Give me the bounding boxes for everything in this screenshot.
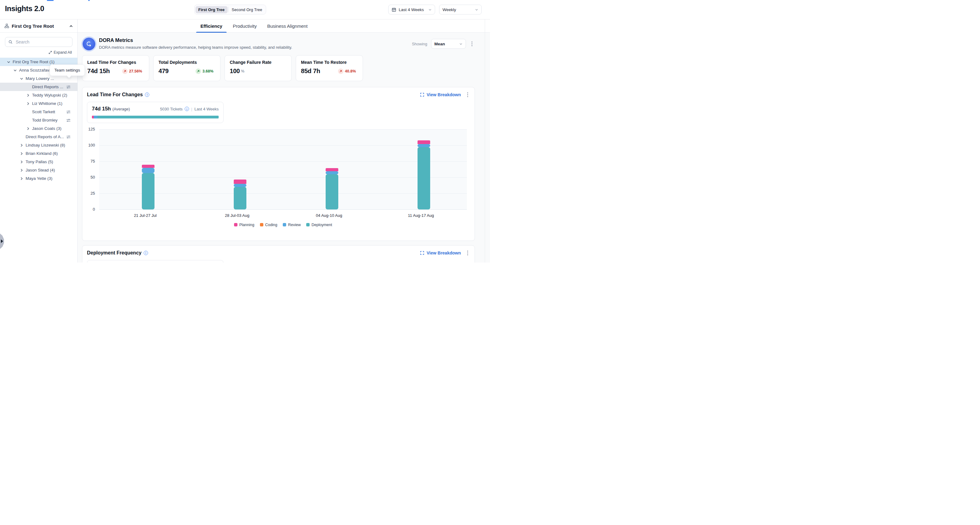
tree-item[interactable]: Teddy Wylupski (2) bbox=[0, 91, 77, 99]
org-toggle-first[interactable]: First Org Tree bbox=[196, 6, 228, 13]
gridline bbox=[99, 161, 467, 162]
delta-value: 3.68% bbox=[203, 69, 213, 73]
search-input[interactable] bbox=[15, 39, 72, 45]
chevron-right-icon[interactable] bbox=[26, 94, 32, 97]
tab-efficiency[interactable]: Efficiency bbox=[196, 19, 227, 32]
deployment-summary-partial bbox=[87, 260, 224, 263]
expand-all-button[interactable]: Expand All bbox=[0, 50, 72, 55]
top-filters: Last 4 Weeks Weekly bbox=[388, 5, 482, 14]
arrow-right-icon bbox=[1, 239, 3, 243]
scroll-gutter-divider bbox=[485, 19, 485, 262]
y-axis-tick-label: 100 bbox=[88, 143, 95, 148]
x-axis-tick-label: 11 Aug-17 Aug bbox=[408, 213, 434, 218]
dora-titles: DORA Metrics DORA metrics measure softwa… bbox=[99, 37, 412, 50]
tree-item[interactable]: Brian Kirkland (6) bbox=[0, 149, 77, 158]
dora-cycle-icon bbox=[83, 38, 95, 50]
bar-segment-planning bbox=[418, 140, 430, 144]
tree-item[interactable]: Jason Coats (3) bbox=[0, 124, 77, 133]
aggregation-select[interactable]: Mean bbox=[431, 39, 466, 49]
showing-controls: Showing Mean bbox=[412, 39, 474, 49]
deployment-kebab-menu[interactable] bbox=[465, 249, 470, 257]
dashboard-content: DORA Metrics DORA metrics measure softwa… bbox=[78, 33, 490, 262]
separator: | bbox=[191, 107, 192, 111]
stat-card: Total Deployments4793.68% bbox=[153, 55, 221, 81]
legend-label: Review bbox=[288, 223, 301, 227]
stat-value: 74d 15h bbox=[87, 68, 110, 75]
team-settings-icon[interactable] bbox=[66, 85, 71, 89]
stat-unit: % bbox=[241, 69, 245, 73]
insights-dashboard: Insights 2.0 First Org Tree Second Org T… bbox=[0, 0, 490, 262]
y-axis-labels: 0255075100125 bbox=[87, 129, 96, 210]
lead-time-kebab-menu[interactable] bbox=[465, 91, 470, 99]
chevron-up-icon[interactable] bbox=[69, 24, 73, 28]
chevron-down-icon bbox=[475, 8, 478, 11]
date-range-select[interactable]: Last 4 Weeks bbox=[388, 5, 435, 14]
tree-item[interactable]: Maya Yette (3) bbox=[0, 174, 77, 183]
bar-segment-planning bbox=[326, 168, 338, 171]
dora-description: DORA metrics measure software delivery p… bbox=[99, 45, 412, 50]
org-toggle-second[interactable]: Second Org Tree bbox=[229, 6, 265, 13]
tree-item[interactable]: Direct Reports of A... bbox=[0, 133, 77, 141]
tree-item-label: Lindsay Liszewski (8) bbox=[25, 143, 65, 148]
trend-up-arrow-icon bbox=[122, 68, 128, 74]
chevron-right-icon[interactable] bbox=[20, 169, 25, 172]
chevron-right-icon[interactable] bbox=[20, 177, 25, 180]
team-settings-icon[interactable] bbox=[66, 118, 71, 123]
chevron-down-icon[interactable] bbox=[7, 60, 13, 64]
view-breakdown-button[interactable]: View Breakdown bbox=[420, 92, 461, 97]
chevron-right-icon[interactable] bbox=[26, 127, 32, 130]
tree-item[interactable]: Liz Whittome (1) bbox=[0, 99, 77, 108]
x-axis-tick-label: 21 Jul-27 Jul bbox=[134, 213, 157, 218]
bar-segment-review bbox=[234, 184, 247, 187]
date-range-value: Last 4 Weeks bbox=[399, 7, 426, 12]
bar-segment-deployment bbox=[326, 174, 338, 209]
info-icon[interactable]: i bbox=[144, 251, 148, 255]
tree-item[interactable]: Jason Stead (4) bbox=[0, 166, 77, 174]
deployment-title: Deployment Frequency bbox=[87, 250, 142, 256]
sidebar-header[interactable]: First Org Tree Root bbox=[0, 19, 77, 33]
tree-item[interactable]: Lindsay Liszewski (8) bbox=[0, 141, 77, 149]
delta-value: 27.56% bbox=[129, 69, 142, 73]
granularity-select[interactable]: Weekly bbox=[439, 5, 482, 14]
delta-badge: 40.8% bbox=[338, 68, 356, 74]
stat-card-title: Mean Time To Restore bbox=[301, 60, 358, 65]
chevron-down-icon[interactable] bbox=[20, 77, 25, 81]
chevron-right-icon[interactable] bbox=[26, 102, 32, 105]
info-icon[interactable]: i bbox=[145, 92, 149, 97]
legend-item-review[interactable]: Review bbox=[283, 223, 301, 227]
view-breakdown-button[interactable]: View Breakdown bbox=[420, 250, 461, 255]
legend-item-coding[interactable]: Coding bbox=[260, 223, 278, 227]
info-icon[interactable]: i bbox=[185, 107, 189, 111]
dora-kebab-menu[interactable] bbox=[470, 40, 474, 48]
delta-badge: 27.56% bbox=[122, 68, 142, 74]
tree-item[interactable]: Tony Pallas (5) bbox=[0, 158, 77, 166]
showing-label: Showing bbox=[412, 41, 427, 46]
tree-item[interactable]: Scott Tarkett bbox=[0, 108, 77, 116]
legend-item-deployment[interactable]: Deployment bbox=[306, 223, 332, 227]
tree-item-label: Jason Coats (3) bbox=[32, 126, 61, 131]
gridline bbox=[99, 129, 467, 130]
tree-item[interactable]: Todd Bromley bbox=[0, 116, 77, 124]
chevron-right-icon[interactable] bbox=[20, 152, 25, 156]
chevron-down-icon[interactable] bbox=[13, 68, 19, 72]
team-settings-icon[interactable] bbox=[66, 135, 71, 139]
team-settings-icon[interactable] bbox=[66, 110, 71, 114]
tab-business-alignment[interactable]: Business Alignment bbox=[263, 19, 312, 32]
legend-item-planning[interactable]: Planning bbox=[234, 223, 255, 227]
chevron-right-icon[interactable] bbox=[20, 160, 25, 164]
tab-productivity[interactable]: Productivity bbox=[229, 19, 261, 32]
tree-item[interactable]: Direct Reports ... bbox=[0, 83, 77, 91]
bar-segment-planning bbox=[142, 165, 154, 168]
lead-time-plot bbox=[99, 129, 467, 210]
chevron-right-icon[interactable] bbox=[20, 143, 25, 147]
lead-time-title: Lead Time For Changes bbox=[87, 92, 143, 97]
deployment-title-wrap: Deployment Frequency i bbox=[87, 250, 148, 256]
tickets-count: 5030 Tickets bbox=[160, 107, 183, 111]
top-bar: Insights 2.0 First Org Tree Second Org T… bbox=[0, 0, 490, 19]
org-sidebar: First Org Tree Root Expand All First Org… bbox=[0, 19, 78, 262]
view-breakdown-label: View Breakdown bbox=[426, 92, 461, 97]
sidebar-search[interactable] bbox=[5, 37, 72, 47]
stacked-bar bbox=[326, 168, 333, 210]
legend-label: Deployment bbox=[312, 223, 332, 227]
tree-item-label: Jason Stead (4) bbox=[25, 168, 55, 172]
